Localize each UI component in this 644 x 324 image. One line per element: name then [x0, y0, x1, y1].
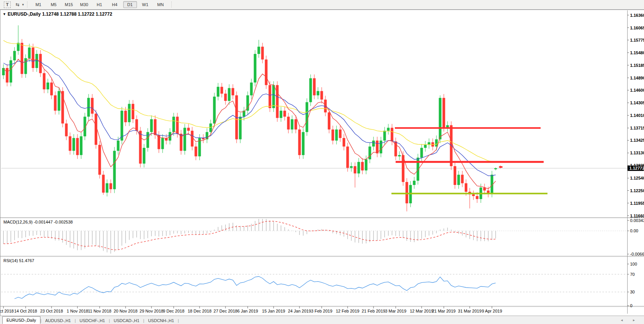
timeframe-button-group: M1M5M15M30H1H4D1W1MN: [31, 1, 168, 8]
svg-text:1.11660: 1.11660: [630, 214, 644, 218]
timeframe-button-m5[interactable]: M5: [47, 1, 61, 8]
chart-tab-audusd-h1[interactable]: AUDUSD-,H1: [41, 317, 74, 324]
svg-text:-0.006686: -0.006686: [630, 252, 644, 256]
toolbar-separator: [27, 2, 28, 8]
timeframe-button-w1[interactable]: W1: [138, 1, 152, 8]
current-price-badge: 1.12772: [630, 166, 644, 170]
svg-text:70: 70: [630, 272, 635, 277]
svg-text:12 Mar 2019: 12 Mar 2019: [410, 309, 433, 313]
svg-text:14 Oct 2018: 14 Oct 2018: [14, 309, 37, 313]
svg-text:29 Nov 2018: 29 Nov 2018: [140, 309, 163, 313]
svg-text:12 Feb 2019: 12 Feb 2019: [336, 309, 359, 313]
svg-text:9 Dec 2018: 9 Dec 2018: [163, 309, 184, 313]
svg-text:27 Dec 2018: 27 Dec 2018: [214, 309, 237, 313]
chart-tab-usdchf-h1[interactable]: USDCHF-,H1: [76, 317, 109, 324]
svg-text:1.14305: 1.14305: [630, 100, 644, 105]
svg-text:100: 100: [630, 262, 637, 266]
svg-text:1 Nov 2018: 1 Nov 2018: [67, 309, 88, 313]
svg-text:15 Jan 2019: 15 Jan 2019: [262, 309, 285, 313]
tab-separator: |: [178, 318, 179, 324]
svg-text:3 Mar 2019: 3 Mar 2019: [385, 309, 406, 313]
svg-text:23 Oct 2018: 23 Oct 2018: [40, 309, 63, 313]
styler-dropdown-caret[interactable]: ▾: [22, 3, 24, 6]
svg-text:1.14600: 1.14600: [630, 88, 644, 92]
svg-text:20 Nov 2018: 20 Nov 2018: [114, 309, 137, 313]
svg-text:1.13425: 1.13425: [630, 138, 644, 143]
styler-icon[interactable]: ⇆: [14, 1, 21, 8]
svg-text:0.003431: 0.003431: [630, 218, 644, 223]
timeframe-button-m30[interactable]: M30: [77, 1, 91, 8]
chart-tab-usdcnh-h1[interactable]: USDCNH-,H1: [144, 317, 178, 324]
svg-text:18 Dec 2018: 18 Dec 2018: [188, 309, 211, 313]
chart-symbol-period: EURUSD-,Daily: [8, 11, 41, 17]
rsi-indicator-label: RSI(14) 51.4767: [3, 258, 34, 263]
chart-tab-usdcad-h1[interactable]: USDCAD-,H1: [110, 317, 143, 324]
svg-text:6 Jan 2019: 6 Jan 2019: [237, 309, 258, 313]
svg-text:1.12540: 1.12540: [630, 176, 644, 180]
svg-text:21 Mar 2019: 21 Mar 2019: [432, 309, 456, 313]
chart-canvas[interactable]: 1.163601.160651.157751.154801.151851.148…: [0, 10, 644, 318]
top-toolbar: T ⇆ ▾ M1M5M15M30H1H4D1W1MN: [0, 0, 644, 10]
chart-title: ▼ EURUSD-,Daily 1.12748 1.12788 1.12722 …: [3, 11, 112, 17]
svg-text:1.14890: 1.14890: [630, 76, 644, 80]
svg-text:1.16065: 1.16065: [630, 26, 644, 30]
svg-text:9 Apr 2019: 9 Apr 2019: [482, 309, 502, 313]
toolbar-separator: [171, 2, 172, 8]
svg-text:1.14010: 1.14010: [630, 113, 644, 118]
chart-tab-eurusd-daily[interactable]: EURUSD-,Daily: [2, 316, 40, 324]
svg-text:31 Mar 2019: 31 Mar 2019: [458, 309, 481, 313]
timeframe-button-h1[interactable]: H1: [93, 1, 106, 8]
svg-text:1.12250: 1.12250: [630, 188, 644, 193]
svg-text:0.00: 0.00: [630, 228, 638, 233]
svg-text:4 Oct 2018: 4 Oct 2018: [0, 309, 14, 313]
svg-text:1.15775: 1.15775: [630, 38, 644, 42]
svg-text:21 Feb 2019: 21 Feb 2019: [362, 309, 385, 313]
timeframe-button-h4[interactable]: H4: [108, 1, 122, 8]
timeframe-button-m1[interactable]: M1: [32, 1, 45, 8]
timeframe-button-d1[interactable]: D1: [123, 1, 137, 8]
svg-text:1.11955: 1.11955: [630, 201, 644, 206]
svg-text:24 Jan 2019: 24 Jan 2019: [288, 309, 311, 313]
svg-text:1.13715: 1.13715: [630, 126, 644, 130]
timeframe-button-mn[interactable]: MN: [154, 1, 167, 8]
svg-text:1.13130: 1.13130: [630, 151, 644, 155]
svg-text:11 Nov 2018: 11 Nov 2018: [88, 309, 111, 313]
timeframe-button-m15[interactable]: M15: [62, 1, 76, 8]
terminal-window: T ⇆ ▾ M1M5M15M30H1H4D1W1MN 1.163601.1606…: [0, 0, 644, 324]
svg-text:1.16360: 1.16360: [630, 13, 644, 18]
svg-text:3 Feb 2019: 3 Feb 2019: [311, 309, 332, 313]
macd-indicator-label: MACD(12,26,9) -0.001447 -0.002538: [3, 220, 73, 224]
chart-window: 1.163601.160651.157751.154801.151851.148…: [0, 10, 644, 316]
svg-text:1.15185: 1.15185: [630, 63, 644, 68]
text-tool-icon[interactable]: T: [4, 2, 11, 8]
chart-title-dropdown-icon[interactable]: ▼: [3, 12, 6, 16]
chart-ohlc-values: 1.12748 1.12788 1.12722 1.12772: [42, 11, 113, 17]
svg-text:30: 30: [630, 290, 635, 294]
tab-scroll-arrows[interactable]: ◂ ▸: [621, 318, 639, 322]
svg-text:1.15480: 1.15480: [630, 50, 644, 55]
symbol-tab-bar: EURUSD-,Daily|AUDUSD-,H1|USDCHF-,H1|USDC…: [0, 316, 644, 324]
svg-text:0: 0: [630, 303, 633, 308]
